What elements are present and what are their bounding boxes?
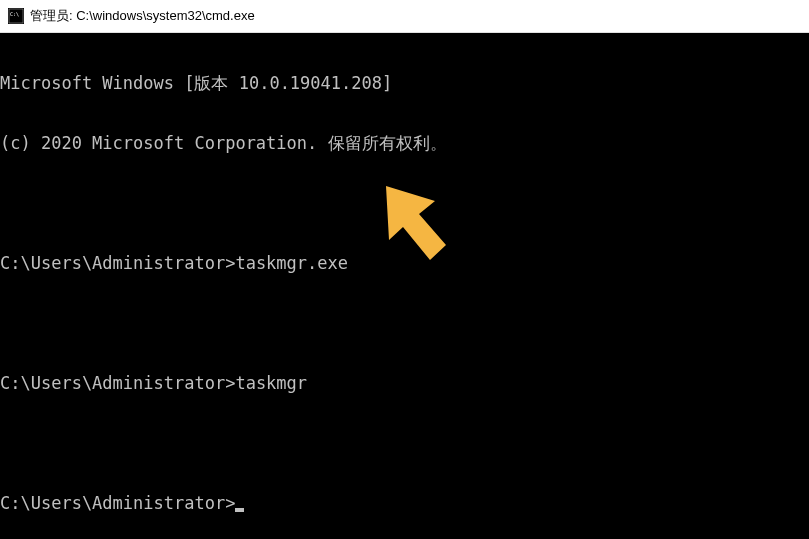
blank-line	[0, 433, 809, 453]
command-line: C:\Users\Administrator>taskmgr.exe	[0, 253, 809, 273]
command-text: taskmgr.exe	[235, 253, 348, 273]
command-line: C:\Users\Administrator>	[0, 493, 809, 513]
cursor	[235, 508, 244, 512]
blank-line	[0, 193, 809, 213]
banner-line: Microsoft Windows [版本 10.0.19041.208]	[0, 73, 809, 93]
banner-line: (c) 2020 Microsoft Corporation. 保留所有权利。	[0, 133, 809, 153]
command-text: taskmgr	[235, 373, 307, 393]
terminal-area[interactable]: Microsoft Windows [版本 10.0.19041.208] (c…	[0, 33, 809, 539]
window-title: 管理员: C:\windows\system32\cmd.exe	[30, 7, 255, 25]
blank-line	[0, 313, 809, 333]
cmd-icon: C:\	[8, 8, 24, 24]
prompt: C:\Users\Administrator>	[0, 493, 235, 513]
prompt: C:\Users\Administrator>	[0, 253, 235, 273]
command-line: C:\Users\Administrator>taskmgr	[0, 373, 809, 393]
prompt: C:\Users\Administrator>	[0, 373, 235, 393]
svg-text:C:\: C:\	[10, 11, 19, 17]
window-titlebar: C:\ 管理员: C:\windows\system32\cmd.exe	[0, 0, 809, 33]
